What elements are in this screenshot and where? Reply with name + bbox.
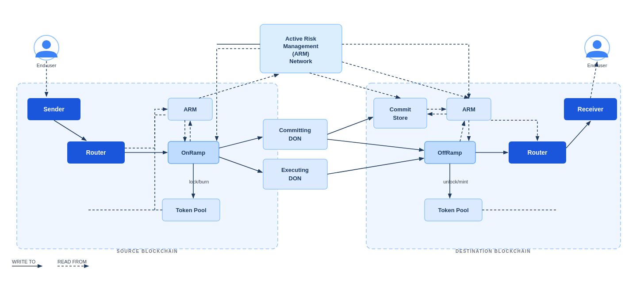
committing-don-label2: DON	[289, 135, 302, 142]
router-left-label: Router	[86, 149, 106, 156]
arm-network-label4: Network	[289, 58, 312, 65]
unlock-mint-label: unlock/mint	[443, 179, 468, 184]
lock-burn-label: lock/burn	[189, 179, 209, 184]
diagram-container: Active Risk Management (ARM) Network End…	[0, 0, 644, 282]
committing-don-box	[263, 119, 327, 149]
receiver-label: Receiver	[578, 106, 604, 113]
end-user-right-head	[593, 40, 602, 49]
committing-don-label1: Committing	[279, 127, 311, 133]
router-right-label: Router	[527, 149, 548, 156]
arm-network-label: Active Risk	[285, 35, 317, 42]
executing-don-label2: DON	[289, 175, 302, 182]
arm-left-label: ARM	[184, 106, 197, 113]
executing-don-box	[263, 159, 327, 189]
offramp-label: OffRamp	[438, 149, 462, 156]
commit-store-box	[374, 98, 427, 128]
commit-store-label1: Commit	[390, 106, 411, 113]
commit-store-label2: Store	[393, 114, 407, 121]
arm-network-label2: Management	[283, 43, 318, 50]
arm-right-label: ARM	[462, 106, 475, 113]
token-pool-left-label: Token Pool	[176, 207, 206, 213]
executing-don-label1: Executing	[281, 167, 309, 173]
source-blockchain-label: SOURCE BLOCKCHAIN	[117, 249, 178, 254]
legend-write-to-label: WRITE TO	[12, 259, 36, 264]
end-user-left-head	[42, 40, 51, 49]
token-pool-right-label: Token Pool	[438, 207, 468, 213]
end-user-right-body	[586, 51, 608, 57]
arm-network-label3: (ARM)	[292, 50, 309, 57]
end-user-right-label: End-user	[587, 63, 607, 68]
destination-blockchain-label: DESTINATION BLOCKCHAIN	[456, 249, 531, 254]
end-user-left-body	[35, 51, 58, 57]
onramp-label: OnRamp	[181, 149, 205, 156]
sender-label: Sender	[43, 106, 65, 113]
legend-read-from-label: READ FROM	[58, 259, 87, 264]
